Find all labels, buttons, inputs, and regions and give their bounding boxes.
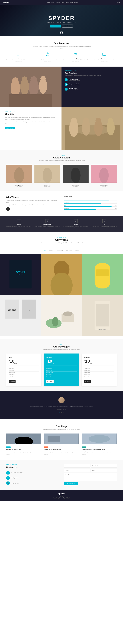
who-para-1: Lorem ipsum dolor sit amet consectetur a… [6, 204, 59, 206]
filter-photography[interactable]: Photography [56, 249, 64, 251]
work-item-4[interactable] [41, 295, 82, 336]
blog-meta-1: March 18, 2020 [44, 451, 79, 452]
social-google-icon[interactable]: g+ [119, 2, 120, 3]
phone-icon: 📞 [6, 482, 10, 485]
package-standard-name: Standard [46, 356, 77, 358]
contact-form-row-1 [64, 469, 117, 472]
testimonial-text: Very much satisfied with the service. De… [28, 405, 95, 407]
service-sub-0: Lorem ipsum dolor sit amet [69, 80, 80, 81]
team-desc: Lorem ipsum dolor sit amet consectetur a… [31, 160, 92, 162]
stat-dev-title: Development [35, 224, 60, 225]
play-button[interactable] [6, 207, 10, 211]
social-twitter-icon[interactable]: t [117, 2, 118, 3]
testimonial-section: Very much satisfied with the service. De… [0, 391, 123, 419]
package-standard-buy-button[interactable]: BUY NOW [46, 380, 54, 383]
skill-fill-2 [64, 206, 112, 207]
work-item-0[interactable]: YOUR APPHERE [0, 254, 41, 295]
learn-more-button[interactable]: LEARN MORE [50, 24, 61, 28]
about-para-0: Lorem ipsum dolor sit amet consectetur a… [5, 117, 57, 120]
filter-webdesign[interactable]: Web Design [65, 249, 73, 251]
skill-label-2: html 90% [64, 205, 117, 206]
stat-design-title: Design [6, 224, 32, 225]
contact-form-panel: SEND MESSAGE [64, 464, 117, 486]
svg-point-26 [16, 168, 22, 174]
team-photo-0 [6, 165, 32, 183]
feature-friendly-title: Friendly Codes [6, 57, 32, 59]
svg-point-21 [95, 118, 101, 124]
contact-phone-input[interactable] [91, 469, 117, 472]
work-item-5[interactable]: BRANDING MOCKUP [82, 295, 123, 336]
team-photo-1 [34, 165, 60, 183]
footer-social: f t g in [6, 496, 117, 499]
nav-social: f t g+ [116, 2, 120, 3]
team-name-3: Heather Que [91, 184, 117, 186]
filter-mobile[interactable]: Mobile [74, 249, 79, 251]
team-role-0: UI/UX Designer [6, 186, 32, 187]
feature-friendly-codes: Friendly Codes Lorem ipsum dolor sit ame… [6, 52, 32, 62]
about-read-more-button[interactable]: READ MORE [5, 127, 15, 130]
svg-text:BRANDING MOCKUP: BRANDING MOCKUP [96, 328, 109, 330]
nav-contact[interactable]: Contact [74, 2, 78, 3]
social-facebook-icon[interactable]: f [116, 2, 116, 3]
nav-team[interactable]: Team [62, 2, 64, 3]
svg-rect-63 [48, 436, 60, 442]
filter-all[interactable]: All [44, 249, 47, 251]
contact-send-button[interactable]: SEND MESSAGE [64, 482, 78, 486]
contact-address: 123 Street, City, Country [11, 472, 23, 473]
footer-google-icon[interactable]: g [62, 496, 65, 499]
svg-point-19 [83, 118, 89, 123]
package-standard-f0: Feature One [46, 367, 77, 370]
work-item-1[interactable] [41, 254, 82, 295]
filter-branding[interactable]: Branding [48, 249, 54, 251]
svg-rect-58 [96, 304, 109, 326]
blog-card-0: BLOG Best WordPress Themes March 15, 202… [6, 434, 41, 455]
nav-logo: Spyder. [3, 2, 9, 4]
contact-message-textarea[interactable] [64, 473, 117, 481]
testimonial-dot-0[interactable] [60, 412, 61, 413]
package-premium-buy-button[interactable]: BUY NOW [84, 380, 91, 383]
navigation: Spyder. Home About Services Team Works B… [0, 0, 123, 5]
nav-home[interactable]: Home [47, 2, 50, 3]
nav-services[interactable]: Services [56, 2, 60, 3]
package-premium: Premium $10/mo Feature One Feature Two F… [82, 354, 117, 386]
contact-email-row: ✉ info@spyder.com [6, 476, 59, 480]
feature-seo: SEO Optimized Lorem ipsum dolor sit amet… [35, 52, 60, 62]
team-photo-2 [63, 165, 89, 183]
contact-subject-input[interactable] [64, 469, 90, 472]
nav-links: Home About Services Team Works Blogs Con… [47, 2, 78, 3]
stat-design: ✏ Design Lorem ipsum dolor sit amet cons… [6, 219, 32, 228]
package-premium-divider [84, 366, 114, 366]
contact-title: Contact Us [6, 466, 59, 468]
contact-name-input[interactable] [64, 464, 90, 468]
testimonial-avatar-image [59, 397, 64, 403]
contact-email-input[interactable] [91, 464, 117, 468]
footer-facebook-icon[interactable]: f [54, 496, 57, 499]
package-basic-buy-button[interactable]: BUY NOW [9, 380, 15, 383]
testimonial-dot-2[interactable] [62, 412, 63, 413]
footer-linkedin-icon[interactable]: in [66, 496, 69, 499]
package-premium-f1: Feature Two [84, 370, 114, 372]
works-grid: YOUR APPHERE BRANDINGM BRANDING MOCKUP [0, 254, 123, 336]
nav-about[interactable]: About [52, 2, 54, 3]
team-role-1: Web Developer [34, 186, 60, 187]
skill-track-0 [64, 200, 117, 200]
package-premium-f0: Feature One [84, 367, 114, 370]
svg-point-11 [40, 76, 46, 81]
contact-section: GET IN TOUCH Contact Us 📍 123 Street, Ci… [0, 460, 123, 490]
package-standard: Standard $10/mo Feature One Feature Two … [44, 354, 79, 386]
testimonial-dot-1[interactable] [61, 412, 62, 413]
nav-works[interactable]: Works [66, 2, 69, 3]
blog-card-2: BLOG Basic Plugins You Need to Know Abou… [82, 434, 117, 455]
package-standard-divider [46, 366, 77, 366]
work-item-2[interactable] [82, 254, 123, 295]
footer-twitter-icon[interactable]: t [58, 496, 61, 499]
nav-blogs[interactable]: Blogs [70, 2, 73, 3]
team-grid: Bobby Castro UI/UX Designer Laura Prior … [6, 165, 117, 187]
get-it-now-button[interactable]: GET IT NOW [62, 24, 72, 28]
work-item-3[interactable]: BRANDINGM [0, 295, 41, 336]
package-standard-price: $10/mo [46, 359, 77, 364]
service-dot-0 [64, 78, 68, 82]
package-premium-f3: Feature Four [84, 374, 114, 376]
skill-bar-1: Development 70% [64, 202, 117, 204]
package-premium-name: Premium [84, 356, 114, 358]
